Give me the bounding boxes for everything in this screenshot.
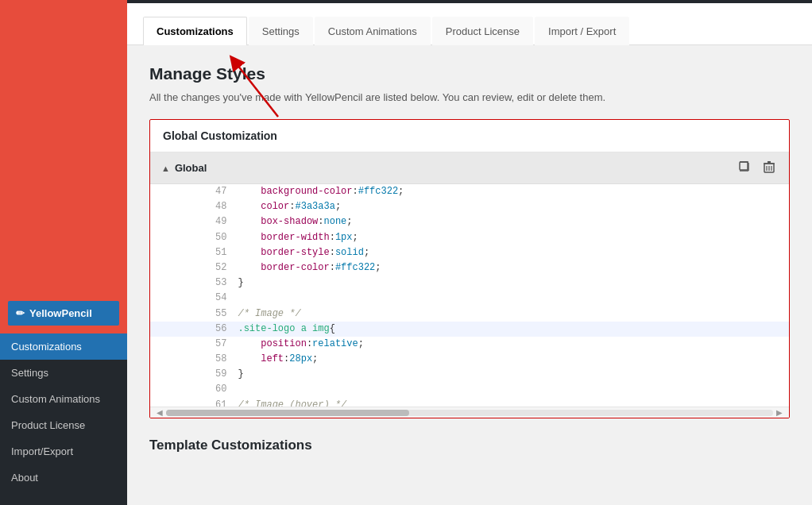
line-num: 58 [150,352,234,367]
code-content: color:#3a3a3a; [234,199,789,214]
code-block-label: Global [175,162,207,174]
code-editor[interactable]: 47 background-color:#ffc322; 48 color:#3… [150,184,789,407]
table-row: 55 /* Image */ [150,306,789,322]
sidebar-item-about[interactable]: About [0,465,127,491]
code-content: .site-logo a img{ [234,322,789,337]
code-content: background-color:#ffc322; [234,184,789,199]
code-content: border-style:solid; [234,245,789,260]
css-prop: background-color [261,186,352,197]
code-content [234,291,789,306]
line-num: 47 [150,184,234,199]
code-block-title-area: ▲ Global [161,162,207,174]
sidebar-brand[interactable]: ✏ YellowPencil [8,301,119,326]
scrollbar-track[interactable] [166,410,773,416]
table-row: 47 background-color:#ffc322; [150,184,789,199]
css-comment: /* Image */ [238,308,300,319]
table-row: 50 border-width:1px; [150,230,789,245]
line-num: 52 [150,260,234,276]
css-val: none [323,216,346,227]
code-content: left:28px; [234,352,789,367]
css-prop: left [261,353,284,364]
pencil-icon: ✏ [16,307,25,319]
line-num: 48 [150,199,234,214]
code-content: } [234,367,789,382]
content-area: Manage Styles All the changes you've mad… [127,45,812,472]
code-table: 47 background-color:#ffc322; 48 color:#3… [150,184,789,407]
css-val: #ffc322 [335,262,375,273]
sidebar-brand-area: ✏ YellowPencil [0,0,127,333]
css-val: #3a3a3a [295,201,334,212]
code-content: position:relative; [234,337,789,352]
line-num: 55 [150,306,234,322]
page-description: All the changes you've made with YellowP… [149,91,790,103]
css-prop: position [261,338,307,349]
css-comment: /* Image (hover) */ [238,399,346,407]
tab-custom-animations[interactable]: Custom Animations [315,17,431,45]
sidebar-item-import-export[interactable]: Import/Export [0,438,127,465]
tab-customizations[interactable]: Customizations [143,17,247,45]
chevron-icon: ▲ [161,164,170,173]
sidebar-item-settings[interactable]: Settings [0,360,127,386]
brand-label: YellowPencil [29,307,92,319]
table-row: 48 color:#3a3a3a; [150,199,789,214]
sidebar-item-customizations[interactable]: Customizations [0,333,127,360]
line-num: 61 [150,398,234,407]
table-row: 52 border-color:#ffc322; [150,260,789,276]
code-section-header: ▲ Global [150,152,789,184]
scrollbar-thumb[interactable] [166,410,409,416]
table-row: 58 left:28px; [150,352,789,367]
code-content: border-color:#ffc322; [234,260,789,276]
css-prop: border-color [261,262,329,273]
code-content: border-width:1px; [234,230,789,245]
tab-settings[interactable]: Settings [249,17,313,45]
table-row-active: 56 .site-logo a img{ [150,322,789,337]
sidebar-item-custom-animations[interactable]: Custom Animations [0,386,127,412]
css-selector: .site-logo a img [238,323,329,334]
table-row: 60 [150,382,789,397]
css-val: #ffc322 [358,186,398,197]
delete-button[interactable] [760,159,778,177]
sidebar-item-product-license[interactable]: Product License [0,412,127,438]
edit-button[interactable] [735,159,754,177]
table-row: 49 box-shadow:none; [150,214,789,229]
global-customization-box: Global Customization ▲ Global [149,119,790,418]
main-content: Customizations Settings Custom Animation… [127,0,812,505]
sidebar-nav: Customizations Settings Custom Animation… [0,333,127,505]
code-content [234,382,789,397]
tab-product-license[interactable]: Product License [432,17,533,45]
line-num: 60 [150,382,234,397]
css-val: 1px [335,232,353,243]
table-row: 59 } [150,367,789,382]
css-val: 28px [289,353,312,364]
code-content: } [234,276,789,291]
line-num: 51 [150,245,234,260]
code-actions [735,159,778,177]
page-title: Manage Styles [149,64,790,83]
table-row: 51 border-style:solid; [150,245,789,260]
svg-rect-1 [740,162,748,170]
table-row: 53 } [150,276,789,291]
line-num: 50 [150,230,234,245]
line-num: 57 [150,337,234,352]
edit-icon [738,160,751,173]
scroll-right-arrow[interactable]: ▶ [773,408,786,417]
tab-import-export[interactable]: Import / Export [535,17,629,45]
css-prop: border-width [261,232,329,243]
scroll-left-arrow[interactable]: ◀ [153,408,166,417]
code-content: /* Image (hover) */ [234,398,789,407]
css-prop: color [261,201,289,212]
table-row: 54 [150,291,789,306]
line-num: 59 [150,367,234,382]
sidebar: ✏ YellowPencil Customizations Settings C… [0,0,127,505]
horizontal-scrollbar[interactable]: ◀ ▶ [150,407,789,418]
line-num: 53 [150,276,234,291]
line-num: 54 [150,291,234,306]
global-box-title: Global Customization [150,120,789,152]
code-content: box-shadow:none; [234,214,789,229]
css-val: relative [312,338,358,349]
code-content: /* Image */ [234,306,789,322]
tabs-container: Customizations Settings Custom Animation… [127,3,812,45]
line-num: 49 [150,214,234,229]
trash-icon [764,160,775,173]
table-row: 57 position:relative; [150,337,789,352]
